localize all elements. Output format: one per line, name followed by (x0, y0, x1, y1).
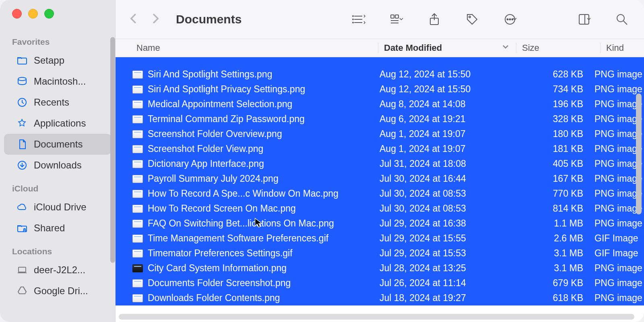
column-header: Name Date Modified Size Kind (116, 39, 644, 57)
sidebar-item-applications[interactable]: Applications (4, 113, 111, 134)
file-thumbnail-icon (132, 85, 143, 93)
file-size: 628 KB (505, 69, 589, 80)
svg-rect-23 (579, 15, 589, 24)
sidebar-item-label: iCloud Drive (34, 202, 104, 213)
sidebar-item-label: Macintosh... (34, 76, 104, 87)
file-name: Payroll Summary July 2024.png (148, 173, 279, 184)
sidebar-item-deer-j-l-[interactable]: deer-J2L2... (4, 260, 111, 280)
file-kind: PNG image (589, 278, 644, 289)
svg-point-25 (617, 15, 624, 22)
file-kind: PNG image (589, 263, 644, 274)
sidebar-item-macintosh-[interactable]: Macintosh... (4, 71, 111, 92)
sidebar-item-label: Shared (34, 222, 104, 234)
column-name[interactable]: Name (116, 43, 378, 53)
minimize-window-button[interactable] (28, 9, 38, 19)
sidebar-item-recents[interactable]: Recents (4, 92, 111, 113)
file-thumbnail-icon (132, 294, 143, 302)
disk-icon (16, 75, 28, 87)
sidebar-item-documents[interactable]: Documents (4, 134, 111, 155)
file-date: Aug 12, 2024 at 15:50 (374, 84, 505, 95)
table-row[interactable]: City Card System Information.pngJul 28, … (116, 261, 644, 276)
file-name: City Card System Information.png (148, 263, 287, 274)
main-pane: Documents (116, 0, 644, 322)
file-name: Downloads Folder Contents.png (148, 293, 280, 303)
sidebar-item-setapp[interactable]: Setapp (4, 50, 111, 71)
sidebar-item-label: Recents (34, 97, 104, 108)
back-button[interactable] (128, 12, 140, 26)
table-row[interactable]: Siri And Spotlight Privacy Settings.pngA… (116, 82, 644, 97)
svg-rect-13 (391, 15, 394, 18)
file-date: Jul 28, 2024 at 13:25 (374, 263, 505, 274)
file-thumbnail-icon (132, 115, 143, 123)
zoom-window-button[interactable] (44, 9, 54, 19)
tags-button[interactable] (461, 10, 483, 29)
sidebar-item-icloud-drive[interactable]: iCloud Drive (4, 197, 111, 218)
table-row[interactable]: Terminal Command Zip Password.pngAug 6, … (116, 112, 644, 127)
file-thumbnail-icon (132, 175, 143, 183)
share-button[interactable] (423, 10, 445, 29)
more-actions-button[interactable] (499, 10, 521, 29)
close-window-button[interactable] (12, 9, 22, 19)
table-row[interactable]: Payroll Summary July 2024.pngJul 30, 202… (116, 171, 644, 186)
file-kind: PNG image (589, 218, 644, 229)
info-pane-button[interactable] (573, 10, 595, 29)
table-row[interactable]: Screenshot Folder View.pngAug 1, 2024 at… (116, 141, 644, 156)
table-row[interactable]: Screenshot Folder Overview.pngAug 1, 202… (116, 127, 644, 141)
file-kind: PNG image (589, 293, 644, 303)
column-date-modified[interactable]: Date Modified (378, 43, 516, 53)
table-row[interactable]: Documents Folder Screenshot.pngJul 26, 2… (116, 276, 644, 291)
file-size: 618 KB (505, 293, 589, 303)
file-kind: PNG image (589, 84, 644, 95)
file-size: 328 KB (505, 114, 589, 125)
file-date: Jul 29, 2024 at 16:38 (374, 218, 505, 229)
file-size: 3.1 MB (505, 263, 589, 274)
sidebar-item-downloads[interactable]: Downloads (4, 155, 111, 176)
table-row[interactable]: How To Record A Spe...c Window On Mac.pn… (116, 186, 644, 201)
sidebar-item-label: Applications (34, 118, 104, 129)
file-date: Jul 18, 2024 at 19:27 (374, 293, 505, 303)
file-name: Timemator Preferences Settings.gif (148, 248, 293, 259)
column-kind[interactable]: Kind (600, 43, 644, 53)
table-row[interactable]: Timemator Preferences Settings.gifJul 29… (116, 246, 644, 261)
file-thumbnail-icon (132, 264, 143, 272)
sidebar-scrollbar[interactable] (110, 37, 115, 263)
sidebar-item-google-dri-[interactable]: Google Dri... (4, 280, 111, 301)
table-row[interactable]: Medical Appointment Selection.pngAug 8, … (116, 97, 644, 112)
table-row[interactable] (116, 57, 644, 67)
file-date: Aug 1, 2024 at 19:07 (374, 129, 505, 139)
file-size: 181 KB (505, 143, 589, 154)
file-size: 734 KB (505, 84, 589, 95)
file-kind: GIF Image (589, 248, 644, 259)
file-name: Dictionary App Interface.png (148, 158, 264, 169)
file-date: Aug 8, 2024 at 14:08 (374, 99, 505, 110)
sidebar-item-shared[interactable]: Shared (4, 218, 111, 239)
table-row[interactable]: Time Management Software Preferences.gif… (116, 231, 644, 246)
table-row[interactable]: Dictionary App Interface.pngJul 31, 2024… (116, 156, 644, 171)
window-controls (0, 0, 115, 33)
group-button[interactable] (386, 10, 407, 29)
column-size[interactable]: Size (516, 43, 600, 53)
vertical-scrollbar[interactable] (636, 93, 642, 214)
table-row[interactable]: Downloads Folder Contents.pngJul 18, 202… (116, 291, 644, 305)
laptop-icon (16, 264, 28, 276)
forward-button[interactable] (149, 12, 161, 26)
file-date: Aug 12, 2024 at 15:50 (374, 69, 505, 80)
cloud-icon (16, 201, 28, 213)
svg-rect-6 (19, 267, 26, 272)
search-button[interactable] (611, 10, 633, 29)
view-list-button[interactable] (348, 10, 369, 29)
file-date: Jul 31, 2024 at 18:08 (374, 158, 505, 169)
file-list[interactable]: Siri And Spotlight Settings.pngAug 12, 2… (116, 57, 644, 322)
horizontal-scrollbar[interactable] (119, 314, 634, 320)
shared-icon (16, 222, 28, 234)
file-size: 679 KB (505, 278, 589, 289)
table-row[interactable]: Siri And Spotlight Settings.pngAug 12, 2… (116, 67, 644, 82)
table-row[interactable]: How To Record Screen On Mac.pngJul 30, 2… (116, 201, 644, 216)
table-row[interactable]: FAQ On Switching Bet...lications On Mac.… (116, 216, 644, 231)
page-title: Documents (165, 12, 242, 26)
finder-window: FavoritesSetappMacintosh...RecentsApplic… (0, 0, 644, 322)
file-thumbnail-icon (132, 145, 143, 153)
app-icon (16, 117, 28, 129)
file-size: 180 KB (505, 129, 589, 139)
column-date-label: Date Modified (384, 43, 442, 53)
